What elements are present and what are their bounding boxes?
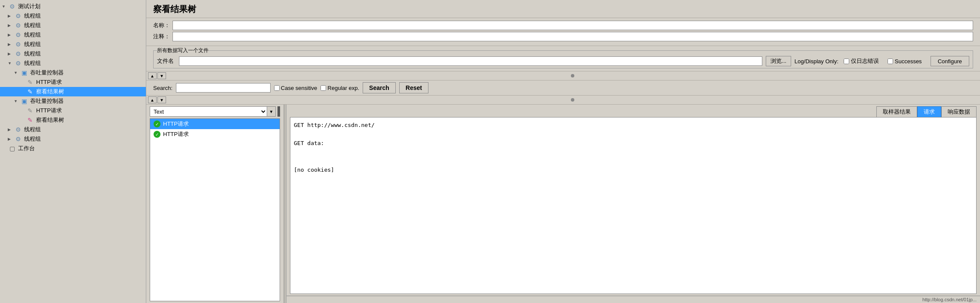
successes-label: Successes [895,58,922,65]
tree-icon: ⚙ [14,136,22,142]
panel-title: 察看结果树 [146,0,980,18]
tree-icon: ✎ [26,79,34,86]
scroll-down-btn-2[interactable]: ▼ [157,96,166,103]
result-item-http-req-a[interactable]: ✓ HTTP请求 [150,119,280,129]
tree-label: 线程组 [24,12,41,20]
sidebar-item-throughput-ctrl-1[interactable]: ▼ ▣ 吞吐量控制器 [0,68,146,77]
browse-button[interactable]: 浏览... [766,56,791,66]
sidebar-item-http-req-1[interactable]: ✎ HTTP请求 [0,77,146,87]
tree-icon: ⚙ [14,22,22,29]
scroll-up-btn[interactable]: ▲ [148,72,157,79]
tree-label: 测试计划 [18,3,40,10]
tree-icon: ▢ [8,145,16,152]
successes-checkbox[interactable] [888,59,893,64]
sidebar-item-result-tree-1[interactable]: ✎ 察看结果树 [0,87,146,96]
regular-exp-group: Regular exp. [321,85,359,91]
tree-label: HTTP请求 [36,107,62,114]
status-icon: ✓ [154,121,160,127]
sidebar-item-test-plan[interactable]: ▼ ⚙ 测试计划 [0,2,146,11]
result-label: HTTP请求 [163,130,189,138]
result-label: HTTP请求 [163,120,189,128]
search-label: Search: [153,85,173,91]
tree-label: 察看结果树 [36,116,64,124]
case-sensitive-group: Case sensitive [274,85,317,91]
name-label: 名称： [153,22,170,29]
tree-icon: ⚙ [14,50,22,57]
tree-icon: ▣ [20,98,28,105]
tree-icon: ⚙ [14,41,22,48]
log-errors-checkbox[interactable] [844,59,849,64]
sidebar-item-thread-group-3[interactable]: ▶ ⚙ 线程组 [0,30,146,40]
tab-request[interactable]: 请求 [917,106,941,117]
tree-label: 线程组 [24,59,41,67]
tree-arrow: ▶ [8,42,14,46]
sidebar-item-thread-group-1[interactable]: ▶ ⚙ 线程组 [0,11,146,21]
tree-icon: ⚙ [14,126,22,133]
right-detail-panel: 取样器结果请求响应数据 GET http://www.csdn.net/ GET… [287,105,980,303]
panel-divider[interactable] [277,106,280,117]
successes-group: Successes [888,58,922,65]
scroll-up-btn-2[interactable]: ▲ [148,96,157,103]
tree-arrow: ▼ [2,4,8,9]
view-selector: Text ▼ [150,106,280,117]
tree-icon: ✎ [26,117,34,124]
toolbar-row-1: ▲ ▼ [146,71,980,80]
tree-arrow: ▼ [14,99,20,103]
tree-label: HTTP请求 [36,78,62,86]
tree-label: 察看结果树 [36,88,64,96]
form-area: 名称： 注释： [146,18,980,46]
result-item-http-req-b[interactable]: ✓ HTTP请求 [150,129,280,139]
sidebar-item-thread-group-4[interactable]: ▶ ⚙ 线程组 [0,40,146,49]
log-errors-label: 仅日志错误 [851,57,879,65]
sidebar-item-result-tree-2[interactable]: ✎ 察看结果树 [0,115,146,125]
sidebar-item-thread-group-5[interactable]: ▶ ⚙ 线程组 [0,49,146,59]
configure-button[interactable]: Configure [931,56,969,66]
sidebar-item-throughput-ctrl-2[interactable]: ▼ ▣ 吞吐量控制器 [0,96,146,106]
tree-arrow: ▶ [8,127,14,132]
tree-arrow: ▶ [8,23,14,28]
tree-arrow: ▶ [8,14,14,18]
search-button[interactable]: Search [363,82,396,93]
regular-exp-label: Regular exp. [327,85,359,91]
tree-arrow: ▶ [8,137,14,141]
sidebar-item-thread-group-6[interactable]: ▼ ⚙ 线程组 [0,59,146,68]
tree-arrow: ▶ [8,33,14,37]
tree-label: 线程组 [24,126,41,133]
sidebar-item-thread-group-2[interactable]: ▶ ⚙ 线程组 [0,21,146,30]
tree-label: 吞吐量控制器 [30,97,64,105]
tree-label: 线程组 [24,50,41,58]
tree-icon: ✎ [26,107,34,114]
reset-button[interactable]: Reset [399,82,428,93]
name-input[interactable] [173,21,973,30]
case-sensitive-label: Case sensitive [281,85,317,91]
tree-icon: ⚙ [8,3,16,10]
detail-tabs: 取样器结果请求响应数据 [287,105,980,117]
view-expand-btn[interactable]: ▼ [267,106,276,117]
left-tree-panel: Text ▼ ✓ HTTP请求 ✓ HTTP请求 [146,105,284,303]
sidebar-item-workbench[interactable]: ▢ 工作台 [0,144,146,153]
log-display-label: Log/Display Only: [795,58,838,65]
regular-exp-checkbox[interactable] [321,85,326,91]
tree-label: 线程组 [24,135,41,143]
scroll-indicator-2 [571,98,574,102]
tab-sampler-result[interactable]: 取样器结果 [876,106,917,117]
detail-content: GET http://www.csdn.net/ GET data: [no c… [290,117,977,294]
tree-label: 线程组 [24,31,41,39]
tree-icon: ⚙ [14,60,22,67]
result-list: ✓ HTTP请求 ✓ HTTP请求 [150,118,280,301]
sidebar-item-http-req-2[interactable]: ✎ HTTP请求 [0,106,146,115]
search-input[interactable] [176,83,271,93]
sidebar: ▼ ⚙ 测试计划 ▶ ⚙ 线程组 ▶ ⚙ 线程组 ▶ ⚙ 线程组 ▶ ⚙ 线程组… [0,0,146,303]
sidebar-item-thread-group-8[interactable]: ▶ ⚙ 线程组 [0,134,146,144]
file-input[interactable] [179,56,762,66]
tree-icon: ⚙ [14,12,22,19]
comment-label: 注释： [153,33,170,40]
view-select[interactable]: Text [150,106,267,117]
tab-response-data[interactable]: 响应数据 [941,106,977,117]
scroll-down-btn[interactable]: ▼ [157,72,166,79]
case-sensitive-checkbox[interactable] [274,85,280,91]
sidebar-item-thread-group-7[interactable]: ▶ ⚙ 线程组 [0,125,146,134]
comment-input[interactable] [173,32,973,41]
tree-label: 吞吐量控制器 [30,69,64,77]
tree-icon: ▣ [20,69,28,76]
